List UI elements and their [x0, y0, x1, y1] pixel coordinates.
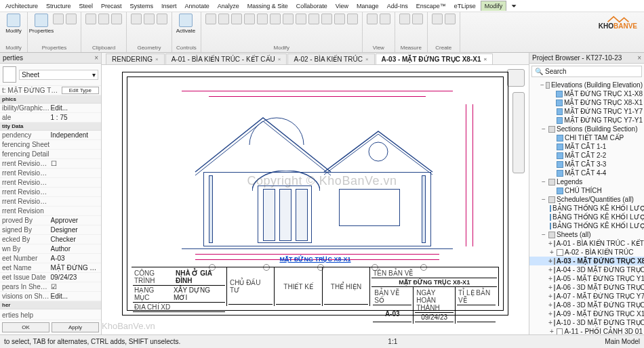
ribbon-tab-modify[interactable]: Modify: [481, 1, 507, 11]
tree-item[interactable]: MẶT ĐỨNG TRỤC X8-X1: [529, 98, 644, 107]
ribbon-tab-precast[interactable]: Precast: [98, 1, 125, 11]
match-button[interactable]: [111, 14, 122, 24]
cut-button[interactable]: [53, 14, 64, 24]
document-tab[interactable]: A-01 - BÌA KIẾN TRÚC - KẾT CẤU×: [165, 53, 287, 64]
cut-button[interactable]: [144, 14, 155, 24]
ribbon-finish-icon[interactable]: ⏷: [508, 1, 521, 11]
property-row[interactable]: visions on SheetEdit...: [0, 292, 101, 301]
join-button[interactable]: [157, 14, 167, 24]
property-row[interactable]: rrent Revision: [0, 206, 101, 216]
property-row[interactable]: rrent Revision Issued☐: [0, 159, 101, 169]
ribbon-tab-systems[interactable]: Systems: [127, 1, 157, 11]
ribbon-tab-architecture[interactable]: Architecture: [2, 1, 41, 11]
prop-section[interactable]: tity Data: [0, 123, 101, 131]
title-block[interactable]: CÔNG TRÌNH NHÀ Ở GIA ĐÌNH HẠNG MỤC XÂY D…: [132, 267, 499, 306]
cursor-button[interactable]: Modify: [4, 14, 23, 37]
property-row[interactable]: pears In Sheet List☑: [0, 282, 101, 292]
create-button[interactable]: [432, 14, 443, 24]
document-tab[interactable]: A-02 - BÌA KIẾN TRÚC×: [287, 53, 374, 64]
property-row[interactable]: wn ByAuthor: [0, 244, 101, 254]
close-tab-icon[interactable]: ×: [483, 56, 487, 62]
collapse-icon[interactable]: −: [540, 196, 547, 203]
collapse-icon[interactable]: −: [540, 125, 547, 133]
copy-button[interactable]: [98, 14, 109, 24]
trim-button[interactable]: [283, 14, 294, 24]
tree-group[interactable]: −Legends: [529, 177, 644, 186]
document-tab[interactable]: RENDERING×: [106, 53, 165, 64]
ribbon-tab-analyze[interactable]: Analyze: [214, 1, 243, 11]
ribbon-tab-annotate[interactable]: Annotate: [182, 1, 213, 11]
tree-item[interactable]: +A-05 - MẶT ĐỨNG TRỤC Y1-Y7: [529, 274, 644, 283]
tree-item[interactable]: +A-06 - 3D MẶT ĐỨNG TRỤC Y1-Y7: [529, 283, 644, 292]
tree-item[interactable]: MẶT CẮT 4-4: [529, 169, 644, 177]
view-title[interactable]: MẶT ĐỨNG TRỤC X8-X1: [279, 256, 350, 263]
type-selector[interactable]: Sheet▾: [19, 70, 98, 80]
property-row[interactable]: pendencyIndependent: [0, 131, 101, 140]
move-button[interactable]: [244, 14, 255, 24]
collapse-icon[interactable]: −: [540, 81, 544, 89]
property-row[interactable]: eet NumberA-03: [0, 254, 101, 263]
property-row[interactable]: ferencing Sheet: [0, 140, 101, 150]
scale-button[interactable]: [321, 14, 332, 24]
tree-group[interactable]: −Sheets (all): [529, 230, 644, 239]
tree-item[interactable]: CHÚ THÍCH: [529, 186, 644, 195]
ok-button[interactable]: OK: [2, 322, 49, 332]
property-row[interactable]: eet Issue Date09/24/23: [0, 273, 101, 282]
close-icon[interactable]: ×: [637, 54, 641, 62]
view-cube[interactable]: [507, 69, 525, 87]
tree-group[interactable]: −Elevations (Building Elevation): [529, 81, 644, 89]
close-tab-icon[interactable]: ×: [278, 56, 281, 62]
tree-group[interactable]: −Sections (Building Section): [529, 125, 644, 133]
search-input[interactable]: 🔍Search: [531, 66, 642, 77]
close-icon[interactable]: ×: [94, 54, 98, 62]
close-tab-icon[interactable]: ×: [155, 56, 159, 62]
measure-button[interactable]: [399, 14, 410, 24]
cope-button[interactable]: [131, 14, 142, 24]
offset-button[interactable]: [218, 14, 229, 24]
tree-item[interactable]: BẢNG THỐNG KÊ KHỐI LƯỢNG GẠCH THẺ T...: [529, 204, 644, 213]
property-row[interactable]: ferencing Detail: [0, 150, 101, 159]
collapse-icon[interactable]: −: [540, 231, 547, 238]
tree-group[interactable]: −Schedules/Quantities (all): [529, 195, 644, 204]
pin-button[interactable]: [334, 14, 345, 24]
align-button[interactable]: [205, 14, 216, 24]
ribbon-tab-massingsite[interactable]: Massing & Site: [244, 1, 291, 11]
ribbon-tab-structure[interactable]: Structure: [43, 1, 75, 11]
tree-item[interactable]: BẢNG THỐNG KÊ KHỐI LƯỢNG GẠCH ỐNG T...: [529, 213, 644, 221]
property-row[interactable]: ibility/Graphics Overrid...Edit...: [0, 104, 101, 113]
zoom-level[interactable]: 1:1: [388, 338, 397, 345]
tree-item[interactable]: +A-10 - 3D MẶT ĐỨNG TRỤC X1-X8: [529, 318, 644, 327]
tree-item[interactable]: +A-11 - PHỐI CẢNH 3D 01: [529, 327, 644, 334]
navigation-bar[interactable]: [512, 92, 525, 173]
tree-item[interactable]: MẶT CẮT 2-2: [529, 151, 644, 160]
prop-section[interactable]: phics: [0, 95, 101, 104]
hide-button[interactable]: [367, 14, 378, 24]
property-row[interactable]: ecked ByChecker: [0, 235, 101, 244]
join-button[interactable]: [66, 14, 77, 24]
tree-item[interactable]: +A-08 - 3D MẶT ĐỨNG TRỤC Y7-Y1: [529, 301, 644, 309]
property-row[interactable]: ale1 : 75: [0, 113, 101, 123]
elevation-drawing[interactable]: [182, 91, 453, 267]
override-button[interactable]: [380, 14, 390, 24]
tree-item[interactable]: +A-03 - MẶT ĐỨNG TRỤC X8-X1: [529, 257, 644, 265]
dimension-button[interactable]: [412, 14, 423, 24]
paste-button[interactable]: [85, 14, 96, 24]
prop-section[interactable]: her: [0, 301, 101, 309]
property-row[interactable]: rrent Revision Descripti...: [0, 197, 101, 206]
tree-item[interactable]: +A-09 - MẶT ĐỨNG TRỤC X1-X8: [529, 309, 644, 318]
tree-item[interactable]: +A-04 - 3D MẶT ĐỨNG TRỤC X8-X1: [529, 265, 644, 274]
rotate-button[interactable]: [270, 14, 281, 24]
tree-item[interactable]: +A-02 - BÌA KIẾN TRÚC: [529, 248, 644, 257]
tree-item[interactable]: MẶT CẮT 3-3: [529, 160, 644, 169]
ribbon-tab-view[interactable]: View: [332, 1, 352, 11]
split-button[interactable]: [296, 14, 306, 24]
tree-item[interactable]: +A-01 - BÌA KIẾN TRÚC - KẾT CẤU: [529, 239, 644, 248]
ribbon-tab-manage[interactable]: Manage: [353, 1, 382, 11]
activate-button[interactable]: Activate: [176, 14, 195, 37]
property-row[interactable]: proved ByApprover: [0, 216, 101, 225]
ribbon-tab-addins[interactable]: Add-Ins: [384, 1, 411, 11]
ribbon-tab-steel[interactable]: Steel: [76, 1, 97, 11]
canvas-viewport[interactable]: MẶT ĐỨNG TRỤC X8-X1 CÔNG TRÌNH NHÀ Ở GIA…: [102, 65, 529, 334]
property-row[interactable]: rrent Revision Issued By: [0, 169, 101, 178]
props-button[interactable]: Properties: [32, 14, 51, 37]
